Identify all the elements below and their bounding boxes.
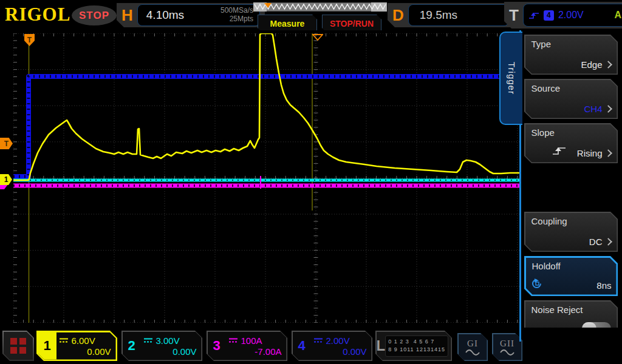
channel-number: 4: [293, 332, 311, 360]
channel1-ground-marker[interactable]: 1: [0, 174, 12, 185]
d-label: D: [392, 6, 404, 25]
digital-channel-list: 0 1 2 3 4 5 6 78 9 1011 12131415: [385, 335, 448, 357]
trigger-menu: Type Edge Source CH4 Slope Rising Coupli…: [521, 30, 622, 364]
acquisition-indicator: A: [614, 10, 621, 21]
menu-item-source[interactable]: Source CH4: [524, 79, 618, 119]
rigol-logo: RIGOL: [5, 4, 70, 25]
memory-depth: 25Mpts: [230, 15, 253, 23]
channel-scale: 6.00V: [72, 335, 95, 346]
digital-label: L: [377, 337, 386, 354]
generator-1-button[interactable]: GI: [457, 333, 488, 361]
menu-item-coupling[interactable]: Coupling DC: [524, 212, 618, 252]
generator-2-button[interactable]: GII: [492, 333, 522, 361]
trigger-source-badge: 4: [544, 10, 554, 21]
trigger-status-panel[interactable]: T 4 2.00V A: [504, 2, 622, 29]
channel-offset: 0.00V: [143, 346, 197, 357]
scope-display-area[interactable]: T T 1: [0, 30, 521, 328]
dc-coupling-icon: [143, 337, 153, 343]
channel-number: 2: [123, 332, 141, 360]
h-label: H: [121, 6, 133, 25]
chevron-right-icon: [604, 238, 612, 246]
channel-scale: 2.00V: [326, 335, 350, 346]
t-label: T: [509, 6, 519, 25]
sine-icon: [500, 349, 514, 356]
dc-coupling-icon: [313, 337, 323, 343]
knob-icon: [531, 278, 542, 289]
dc-coupling-icon: [228, 337, 238, 343]
waveform-graticule[interactable]: [13, 33, 519, 323]
delay-position-marker[interactable]: [312, 34, 323, 41]
waveform-preview-strip[interactable]: [253, 2, 387, 12]
trigger-menu-tab[interactable]: Trigger: [499, 32, 522, 125]
channel-4-block[interactable]: 4 2.00V 0.00V: [292, 331, 372, 361]
channel-offset: -7.00A: [228, 346, 282, 357]
grid-icon: [4, 332, 33, 360]
channel-1-block[interactable]: 1 6.00V 0.00V: [36, 331, 117, 361]
menu-item-slope[interactable]: Slope Rising: [524, 123, 618, 163]
channel-2-block[interactable]: 2 3.00V 0.00V: [121, 331, 202, 361]
dc-coupling-icon: [59, 337, 69, 343]
menu-item-holdoff[interactable]: Holdoff 8ns: [524, 256, 618, 296]
digital-channels-block[interactable]: L 0 1 2 3 4 5 6 78 9 1011 12131415: [375, 331, 452, 361]
menu-button[interactable]: [2, 331, 34, 361]
channel-scale: 100A: [241, 335, 262, 346]
sine-icon: [465, 349, 480, 356]
sample-rate: 500MSa/s: [220, 6, 253, 15]
rising-slope-icon: [528, 12, 539, 19]
rising-slope-icon: [552, 146, 567, 155]
delay-panel[interactable]: D 19.5ms: [388, 3, 514, 27]
trigger-level-value: 2.00V: [558, 10, 584, 21]
top-status-bar: RIGOL STOP H 4.10ms 500MSa/s 25Mpts Meas…: [0, 0, 622, 30]
channel-offset: 0.00V: [59, 346, 111, 357]
timebase-value: 4.10ms: [146, 8, 184, 22]
channel-number: 1: [38, 332, 56, 360]
channel-status-bar: 1 6.00V 0.00V 2: [0, 328, 622, 364]
channel-3-block[interactable]: 3 100A -7.00A: [207, 331, 287, 361]
channel-scale: 3.00V: [156, 335, 180, 346]
horizontal-timebase-panel[interactable]: H 4.10ms 500MSa/s 25Mpts: [117, 3, 265, 27]
menu-item-type[interactable]: Type Edge: [524, 35, 618, 75]
channel-offset: 0.00V: [313, 346, 367, 357]
run-state-badge: STOP: [72, 5, 117, 25]
chevron-right-icon: [604, 149, 612, 157]
chevron-right-icon: [604, 105, 612, 113]
channel-number: 3: [208, 332, 226, 360]
chevron-right-icon: [604, 61, 612, 69]
delay-value: 19.5ms: [420, 8, 457, 22]
trigger-level-marker[interactable]: T: [0, 138, 13, 149]
